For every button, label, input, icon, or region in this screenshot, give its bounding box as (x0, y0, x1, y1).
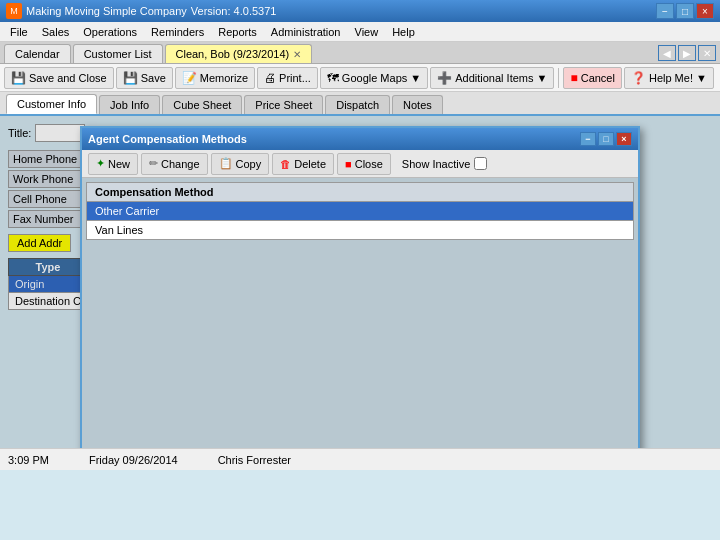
modal-close-action-button[interactable]: ■ Close (337, 153, 391, 175)
change-label: Change (161, 158, 200, 170)
app-version: Version: 4.0.5371 (191, 5, 277, 17)
save-close-icon: 💾 (11, 71, 26, 85)
tab-cube-sheet[interactable]: Cube Sheet (162, 95, 242, 114)
top-tab-bar: Calendar Customer List Clean, Bob (9/23/… (0, 42, 720, 64)
help-button[interactable]: ❓ Help Me! ▼ (624, 67, 714, 89)
copy-label: Copy (236, 158, 262, 170)
maps-icon: 🗺 (327, 71, 339, 85)
tab-dispatch[interactable]: Dispatch (325, 95, 390, 114)
method-other-carrier: Other Carrier (87, 202, 634, 221)
restore-button[interactable]: □ (676, 3, 694, 19)
cancel-button[interactable]: ■ Cancel (563, 67, 622, 89)
cancel-label: Cancel (581, 72, 615, 84)
new-label: New (108, 158, 130, 170)
menu-reports[interactable]: Reports (212, 24, 263, 40)
memorize-icon: 📝 (182, 71, 197, 85)
method-van-lines: Van Lines (87, 221, 634, 240)
tab-notes[interactable]: Notes (392, 95, 443, 114)
print-label: Print... (279, 72, 311, 84)
menu-file[interactable]: File (4, 24, 34, 40)
minimize-button[interactable]: − (656, 3, 674, 19)
tab-job-info[interactable]: Job Info (99, 95, 160, 114)
modal-minimize-button[interactable]: − (580, 132, 596, 146)
modal-overlay: Agent Compensation Methods − □ × ✦ New ✏… (0, 116, 720, 470)
maps-label: Google Maps ▼ (342, 72, 421, 84)
google-maps-button[interactable]: 🗺 Google Maps ▼ (320, 67, 428, 89)
save-icon: 💾 (123, 71, 138, 85)
memorize-label: Memorize (200, 72, 248, 84)
menu-bar: File Sales Operations Reminders Reports … (0, 22, 720, 42)
tab-customer-record[interactable]: Clean, Bob (9/23/2014) ✕ (165, 44, 313, 63)
modal-close-button[interactable]: × (616, 132, 632, 146)
cancel-icon: ■ (570, 71, 577, 85)
tab-calendar[interactable]: Calendar (4, 44, 71, 63)
modal-table-area: Compensation Method Other Carrier Van Li… (82, 178, 638, 244)
memorize-button[interactable]: 📝 Memorize (175, 67, 255, 89)
save-close-label: Save and Close (29, 72, 107, 84)
modal-empty-area (82, 244, 638, 470)
app-icon: M (6, 3, 22, 19)
save-close-button[interactable]: 💾 Save and Close (4, 67, 114, 89)
status-time: 3:09 PM (8, 454, 49, 466)
copy-icon: 📋 (219, 157, 233, 170)
modal-copy-button[interactable]: 📋 Copy (211, 153, 270, 175)
col-compensation-method: Compensation Method (87, 183, 634, 202)
help-label: Help Me! ▼ (649, 72, 707, 84)
agent-compensation-modal: Agent Compensation Methods − □ × ✦ New ✏… (80, 126, 640, 470)
status-user: Chris Forrester (218, 454, 291, 466)
show-inactive-checkbox[interactable] (474, 157, 487, 170)
modal-restore-button[interactable]: □ (598, 132, 614, 146)
tab-close-all[interactable]: ✕ (698, 45, 716, 61)
tab-scroll-right[interactable]: ▶ (678, 45, 696, 61)
tab-close-icon[interactable]: ✕ (293, 49, 301, 60)
row-van-lines[interactable]: Van Lines (87, 221, 634, 240)
help-icon: ❓ (631, 71, 646, 85)
menu-view[interactable]: View (349, 24, 385, 40)
save-button[interactable]: 💾 Save (116, 67, 173, 89)
print-icon: 🖨 (264, 71, 276, 85)
row-other-carrier[interactable]: Other Carrier (87, 202, 634, 221)
modal-delete-button[interactable]: 🗑 Delete (272, 153, 334, 175)
tab-scroll-left[interactable]: ◀ (658, 45, 676, 61)
tab-price-sheet[interactable]: Price Sheet (244, 95, 323, 114)
title-bar: M Making Moving Simple Company Version: … (0, 0, 720, 22)
delete-label: Delete (294, 158, 326, 170)
modal-new-button[interactable]: ✦ New (88, 153, 138, 175)
print-button[interactable]: 🖨 Print... (257, 67, 318, 89)
menu-reminders[interactable]: Reminders (145, 24, 210, 40)
show-inactive-label: Show Inactive (402, 158, 470, 170)
menu-administration[interactable]: Administration (265, 24, 347, 40)
menu-help[interactable]: Help (386, 24, 421, 40)
status-date: Friday 09/26/2014 (89, 454, 178, 466)
menu-sales[interactable]: Sales (36, 24, 76, 40)
modal-title: Agent Compensation Methods (88, 133, 247, 145)
show-inactive-container: Show Inactive (402, 157, 487, 170)
close-action-icon: ■ (345, 158, 352, 170)
compensation-table: Compensation Method Other Carrier Van Li… (86, 182, 634, 240)
close-button[interactable]: × (696, 3, 714, 19)
additional-items-label: Additional Items ▼ (455, 72, 547, 84)
sub-tab-bar: Customer Info Job Info Cube Sheet Price … (0, 92, 720, 116)
save-label: Save (141, 72, 166, 84)
additional-items-button[interactable]: ➕ Additional Items ▼ (430, 67, 554, 89)
change-icon: ✏ (149, 157, 158, 170)
app-title: Making Moving Simple Company (26, 5, 187, 17)
new-icon: ✦ (96, 157, 105, 170)
menu-operations[interactable]: Operations (77, 24, 143, 40)
additional-items-icon: ➕ (437, 71, 452, 85)
modal-title-bar: Agent Compensation Methods − □ × (82, 128, 638, 150)
delete-icon: 🗑 (280, 158, 291, 170)
tab-customer-list[interactable]: Customer List (73, 44, 163, 63)
main-toolbar: 💾 Save and Close 💾 Save 📝 Memorize 🖨 Pri… (0, 64, 720, 92)
modal-change-button[interactable]: ✏ Change (141, 153, 208, 175)
close-action-label: Close (355, 158, 383, 170)
tab-customer-info[interactable]: Customer Info (6, 94, 97, 114)
status-bar: 3:09 PM Friday 09/26/2014 Chris Forreste… (0, 448, 720, 470)
modal-toolbar: ✦ New ✏ Change 📋 Copy 🗑 Delete ■ Clo (82, 150, 638, 178)
tab-customer-label: Clean, Bob (9/23/2014) (176, 48, 290, 60)
